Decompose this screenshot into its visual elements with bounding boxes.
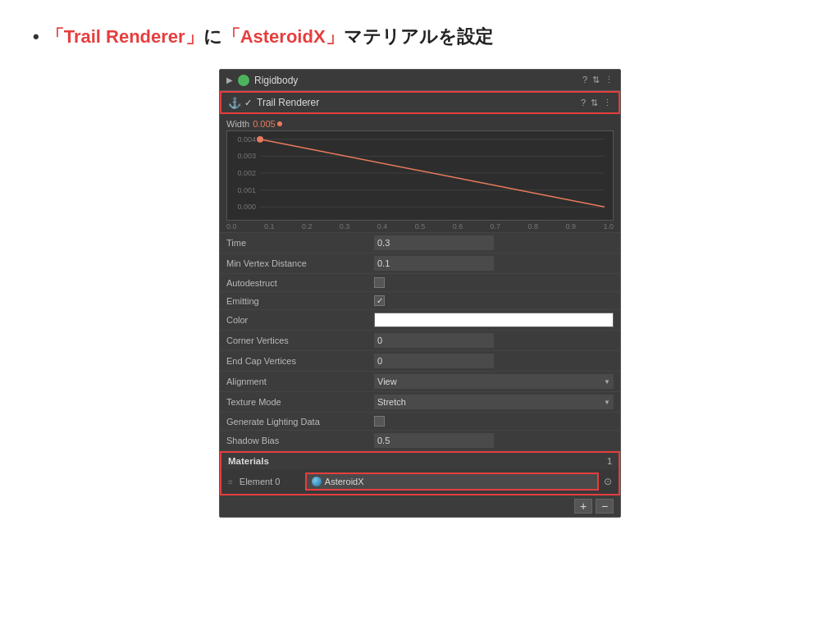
x-label-10: 1.0 xyxy=(603,222,614,231)
x-label-0: 0.0 xyxy=(226,222,237,231)
ni-text: に xyxy=(203,25,222,49)
x-label-8: 0.8 xyxy=(528,222,539,231)
svg-text:0.003: 0.003 xyxy=(237,152,256,160)
rigidbody-header: ▶ Rigidbody ? ⇅ ⋮ xyxy=(220,70,620,91)
prop-label-alignment: Alignment xyxy=(226,377,374,386)
drag-icon: ≡ xyxy=(228,477,233,486)
materials-label: Materials xyxy=(228,456,607,466)
dropdown-alignment-value: View xyxy=(377,377,604,386)
x-label-3: 0.3 xyxy=(340,222,350,231)
prop-label-autodestruct: Autodestruct xyxy=(226,278,374,288)
color-swatch[interactable] xyxy=(374,313,614,327)
heading-text: 「Trail Renderer」 に 「AsteroidX」 マテリアルを設定 xyxy=(46,25,493,49)
material-name: AsteroidX xyxy=(325,477,364,486)
prop-row-autodestruct: Autodestruct xyxy=(220,274,620,292)
remove-material-button[interactable]: − xyxy=(596,499,614,514)
prop-input-shadow-bias[interactable] xyxy=(374,433,494,448)
trail-menu-icon: ⋮ xyxy=(603,98,612,108)
width-section: Width 0.005 0.004 0.003 0.002 0.001 xyxy=(220,114,620,233)
question-icon: ? xyxy=(582,75,587,85)
target-icon[interactable]: ⊙ xyxy=(604,476,612,487)
prop-row-min-vertex: Min Vertex Distance xyxy=(220,253,620,274)
svg-text:0.000: 0.000 xyxy=(237,203,256,211)
dropdown-alignment[interactable]: View ▼ xyxy=(374,374,614,389)
trail-settings-icon: ⇅ xyxy=(591,98,598,108)
prop-row-color: Color xyxy=(220,310,620,331)
prop-row-shadow-bias: Shadow Bias xyxy=(220,431,620,451)
x-label-6: 0.6 xyxy=(453,222,463,231)
inspector-panel: ▶ Rigidbody ? ⇅ ⋮ ⚓ ✓ Trail Renderer ? ⇅… xyxy=(219,69,621,518)
prop-row-corner-vertices: Corner Vertices xyxy=(220,331,620,351)
checkbox-emitting[interactable]: ✓ xyxy=(374,295,385,306)
material-row: ≡ Element 0 AsteroidX ⊙ xyxy=(220,469,620,495)
x-label-4: 0.4 xyxy=(377,222,388,231)
graph-area[interactable]: 0.004 0.003 0.002 0.001 0.000 xyxy=(226,130,614,221)
prop-input-end-cap-vertices[interactable] xyxy=(374,354,494,368)
prop-row-alignment: Alignment View ▼ xyxy=(220,372,620,392)
dropdown-texture-mode[interactable]: Stretch ▼ xyxy=(374,395,614,409)
prop-label-corner-vertices: Corner Vertices xyxy=(226,336,374,345)
prop-row-texture-mode: Texture Mode Stretch ▼ xyxy=(220,392,620,413)
x-label-1: 0.1 xyxy=(264,222,275,231)
heading-row: • 「Trail Renderer」 に 「AsteroidX」 マテリアルを設… xyxy=(33,25,807,49)
trail-header-icons: ? ⇅ ⋮ xyxy=(581,98,612,108)
material-text: マテリアルを設定 xyxy=(344,25,493,49)
element-label: Element 0 xyxy=(240,477,305,486)
prop-input-min-vertex[interactable] xyxy=(374,256,494,271)
materials-header: Materials 1 xyxy=(220,451,620,469)
checkbox-autodestruct[interactable] xyxy=(374,277,385,288)
svg-text:0.004: 0.004 xyxy=(237,135,256,144)
prop-label-time: Time xyxy=(226,238,374,248)
asteroidx-text: 「AsteroidX」 xyxy=(222,25,344,49)
material-value-box[interactable]: AsteroidX xyxy=(305,472,599,491)
play-icon: ▶ xyxy=(226,75,233,84)
dropdown-texture-mode-value: Stretch xyxy=(377,397,604,407)
page-container: • 「Trail Renderer」 に 「AsteroidX」 マテリアルを設… xyxy=(33,25,807,518)
dropdown-alignment-arrow: ▼ xyxy=(604,378,610,386)
svg-point-10 xyxy=(257,136,263,143)
width-dot xyxy=(277,121,282,126)
x-label-5: 0.5 xyxy=(415,222,426,231)
settings-icon: ⇅ xyxy=(592,75,600,85)
prop-row-emitting: Emitting ✓ xyxy=(220,292,620,310)
x-label-9: 0.9 xyxy=(565,222,576,231)
rigidbody-header-icons: ? ⇅ ⋮ xyxy=(582,75,614,85)
prop-label-lighting: Generate Lighting Data xyxy=(226,417,374,427)
graph-x-labels: 0.0 0.1 0.2 0.3 0.4 0.5 0.6 0.7 0.8 0.9 … xyxy=(226,221,614,232)
trail-question-icon: ? xyxy=(581,98,586,108)
prop-label-min-vertex: Min Vertex Distance xyxy=(226,258,374,268)
width-value: 0.005 xyxy=(253,119,276,129)
width-label-row: Width 0.005 xyxy=(226,119,614,129)
add-remove-row: + − xyxy=(220,495,620,517)
prop-label-texture-mode: Texture Mode xyxy=(226,397,374,407)
svg-text:0.002: 0.002 xyxy=(237,169,256,177)
prop-row-end-cap-vertices: End Cap Vertices xyxy=(220,351,620,372)
prop-row-lighting: Generate Lighting Data xyxy=(220,413,620,431)
prop-label-color: Color xyxy=(226,315,374,325)
checkbox-lighting[interactable] xyxy=(374,416,385,427)
trail-icon: ⚓ xyxy=(228,97,241,109)
dropdown-texture-mode-arrow: ▼ xyxy=(604,399,610,406)
x-label-7: 0.7 xyxy=(491,222,501,231)
prop-label-end-cap-vertices: End Cap Vertices xyxy=(226,356,374,366)
rigidbody-title: Rigidbody xyxy=(254,75,582,86)
properties-section: Time Min Vertex Distance Autodestruct Em… xyxy=(220,233,620,451)
prop-input-time[interactable] xyxy=(374,235,494,250)
trail-renderer-text: 「Trail Renderer」 xyxy=(46,25,203,49)
prop-label-emitting: Emitting xyxy=(226,296,374,306)
materials-count: 1 xyxy=(607,456,612,466)
trail-check: ✓ xyxy=(244,98,252,108)
trail-renderer-header: ⚓ ✓ Trail Renderer ? ⇅ ⋮ xyxy=(220,91,620,114)
svg-text:0.001: 0.001 xyxy=(237,186,256,194)
add-material-button[interactable]: + xyxy=(574,499,592,514)
prop-row-time: Time xyxy=(220,233,620,253)
x-label-2: 0.2 xyxy=(302,222,313,231)
menu-icon: ⋮ xyxy=(605,75,614,85)
bullet: • xyxy=(33,26,39,48)
prop-input-corner-vertices[interactable] xyxy=(374,333,494,348)
rigidbody-icon xyxy=(238,75,249,86)
graph-svg: 0.004 0.003 0.002 0.001 0.000 xyxy=(227,131,613,220)
prop-label-shadow-bias: Shadow Bias xyxy=(226,436,374,445)
trail-renderer-title: Trail Renderer xyxy=(257,97,581,108)
width-label: Width xyxy=(226,119,249,129)
